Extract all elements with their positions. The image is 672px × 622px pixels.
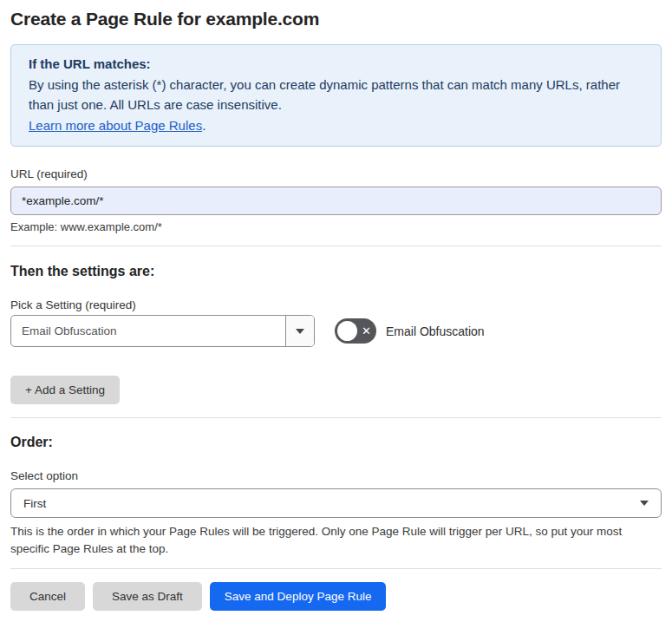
divider (10, 246, 662, 246)
setting-select-value: Email Obfuscation (11, 316, 285, 346)
divider (10, 417, 662, 418)
url-example-helper: Example: www.example.com/* (10, 220, 662, 233)
order-select-value: First (23, 497, 46, 510)
page-title: Create a Page Rule for example.com (10, 9, 662, 29)
toggle-knob (337, 321, 357, 341)
save-deploy-button[interactable]: Save and Deploy Page Rule (210, 582, 387, 611)
divider (10, 568, 662, 569)
setting-select-arrow-button[interactable] (285, 316, 314, 346)
chevron-down-icon (296, 329, 304, 334)
order-helper-text: This is the order in which your Page Rul… (10, 523, 662, 558)
url-matches-info-box: If the URL matches: By using the asteris… (10, 44, 662, 147)
order-select-label: Select option (10, 469, 662, 482)
toggle-off-x-icon: ✕ (362, 325, 371, 337)
add-setting-button[interactable]: + Add a Setting (10, 376, 120, 404)
settings-section-heading: Then the settings are: (10, 264, 662, 279)
email-obfuscation-toggle[interactable]: ✕ (335, 318, 376, 344)
info-box-body: By using the asterisk (*) character, you… (29, 75, 643, 136)
order-select[interactable]: First (10, 488, 662, 518)
cancel-button[interactable]: Cancel (10, 582, 85, 611)
setting-row: Email Obfuscation ✕ Email Obfuscation (10, 315, 662, 347)
footer-actions: Cancel Save as Draft Save and Deploy Pag… (10, 582, 662, 611)
url-label: URL (required) (10, 167, 662, 180)
info-link-suffix: . (202, 118, 206, 133)
chevron-down-icon (640, 501, 649, 506)
info-box-heading: If the URL matches: (29, 54, 643, 75)
info-box-body-text: By using the asterisk (*) character, you… (29, 77, 620, 113)
toggle-setting-label: Email Obfuscation (386, 324, 485, 338)
setting-select[interactable]: Email Obfuscation (10, 315, 315, 347)
url-input[interactable] (10, 187, 662, 215)
save-draft-button[interactable]: Save as Draft (93, 582, 202, 611)
pick-setting-label: Pick a Setting (required) (10, 298, 662, 311)
learn-more-link[interactable]: Learn more about Page Rules (29, 118, 202, 133)
order-section-heading: Order: (10, 435, 662, 450)
